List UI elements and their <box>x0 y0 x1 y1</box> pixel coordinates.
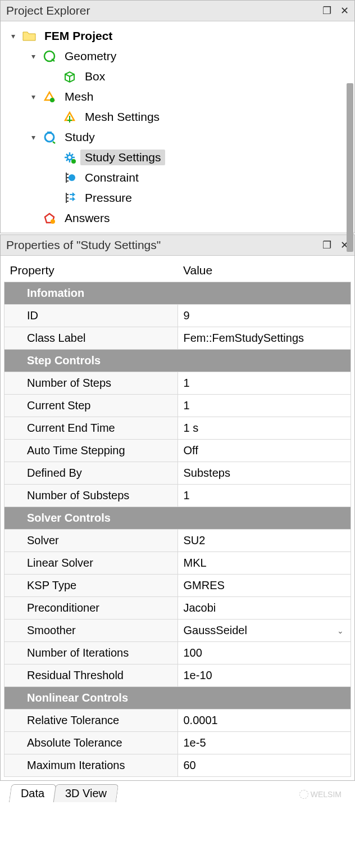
tree-item-study[interactable]: ▾ Study <box>28 127 350 147</box>
explorer-controls: ❐ ✕ <box>322 4 349 17</box>
svg-point-2 <box>45 133 54 142</box>
tree-label: Study <box>60 129 99 145</box>
row-absolute-tolerance[interactable]: Absolute Tolerance1e-5 <box>4 732 351 754</box>
study-icon <box>42 130 57 144</box>
chevron-down-icon[interactable]: ▾ <box>28 133 39 142</box>
svg-rect-3 <box>47 132 52 134</box>
tree-item-mesh[interactable]: ▾ Mesh <box>28 87 350 107</box>
properties-header: Properties of "Study Settings" ❐ ✕ <box>1 235 354 256</box>
scrollbar[interactable] <box>347 83 353 252</box>
row-num-substeps[interactable]: Number of Substeps1 <box>4 485 351 507</box>
tree-item-pressure[interactable]: Pressure <box>48 188 350 208</box>
tree-item-answers[interactable]: Answers <box>28 208 350 228</box>
explorer-title: Project Explorer <box>6 4 90 17</box>
svg-point-4 <box>67 155 72 160</box>
watermark: WELSIM <box>299 790 342 799</box>
chevron-down-icon[interactable]: ▾ <box>28 52 39 61</box>
chevron-down-icon[interactable]: ▾ <box>7 31 19 40</box>
row-current-step[interactable]: Current Step1 <box>4 395 351 417</box>
watermark-icon <box>299 790 308 799</box>
tree-label: Geometry <box>60 48 121 64</box>
tree-label: Constraint <box>80 170 143 186</box>
tree-item-geometry[interactable]: ▾ Geometry <box>28 46 350 66</box>
svg-point-7 <box>51 219 55 224</box>
section-nonlinear-controls: Nonlinear Controls <box>4 687 351 709</box>
tree-label: Mesh <box>60 89 98 105</box>
constraint-icon <box>62 170 77 185</box>
chevron-down-icon[interactable]: ⌄ <box>337 626 344 635</box>
restore-icon[interactable]: ❐ <box>322 239 331 251</box>
row-id[interactable]: ID9 <box>4 305 351 327</box>
tab-data[interactable]: Data <box>9 784 57 802</box>
row-class-label[interactable]: Class LabelFem::FemStudySettings <box>4 327 351 350</box>
tree-label: Box <box>80 69 110 84</box>
row-current-end-time[interactable]: Current End Time1 s <box>4 417 351 440</box>
row-ksp-type[interactable]: KSP TypeGMRES <box>4 575 351 597</box>
properties-body: Property Value Infomation ID9 Class Labe… <box>1 256 354 780</box>
col-value: Value <box>178 259 351 282</box>
section-information: Infomation <box>4 282 351 305</box>
box-icon <box>62 69 77 84</box>
row-num-iterations[interactable]: Number of Iterations100 <box>4 642 351 664</box>
section-solver-controls: Solver Controls <box>4 507 351 530</box>
geometry-icon <box>42 49 57 64</box>
gear-icon <box>62 150 77 165</box>
section-step-controls: Step Controls <box>4 350 351 372</box>
tree-item-mesh-settings[interactable]: Mesh Settings <box>48 107 350 127</box>
tab-3d-view[interactable]: 3D View <box>53 784 119 802</box>
row-residual-threshold[interactable]: Residual Threshold1e-10 <box>4 664 351 687</box>
col-property: Property <box>4 259 178 282</box>
row-defined-by[interactable]: Defined BySubsteps <box>4 462 351 485</box>
tree-label: Mesh Settings <box>80 109 164 125</box>
project-explorer-panel: Project Explorer ❐ ✕ ▾ FEM Project ▾ Geo… <box>0 0 355 233</box>
tree-label: Answers <box>60 210 115 226</box>
svg-point-1 <box>50 98 54 102</box>
row-preconditioner[interactable]: PreconditionerJacobi <box>4 597 351 620</box>
tree-label: Study Settings <box>80 150 165 165</box>
row-solver[interactable]: SolverSU2 <box>4 530 351 552</box>
row-max-iterations[interactable]: Maximum Iterations60 <box>4 754 351 777</box>
answers-icon <box>42 211 57 225</box>
tree-label: FEM Project <box>40 28 117 44</box>
pressure-icon <box>62 191 77 205</box>
tree-item-constraint[interactable]: Constraint <box>48 168 350 188</box>
chevron-down-icon[interactable]: ▾ <box>28 92 39 101</box>
properties-controls: ❐ ✕ <box>322 239 349 251</box>
tree-item-box[interactable]: Box <box>48 66 350 87</box>
row-auto-time-stepping[interactable]: Auto Time SteppingOff <box>4 440 351 462</box>
properties-panel: Properties of "Study Settings" ❐ ✕ Prope… <box>0 234 355 781</box>
restore-icon[interactable]: ❐ <box>322 4 331 17</box>
folder-icon <box>22 29 37 43</box>
explorer-header: Project Explorer ❐ ✕ <box>1 1 354 21</box>
close-icon[interactable]: ✕ <box>340 4 349 17</box>
properties-table: Property Value Infomation ID9 Class Labe… <box>4 259 351 777</box>
tree-item-project[interactable]: ▾ FEM Project <box>7 26 350 46</box>
row-smoother[interactable]: SmootherGaussSeidel⌄ <box>4 620 351 642</box>
row-num-steps[interactable]: Number of Steps1 <box>4 372 351 395</box>
tree-item-study-settings[interactable]: Study Settings <box>48 147 350 168</box>
svg-point-6 <box>69 174 75 181</box>
tree-label: Pressure <box>80 190 136 206</box>
properties-title: Properties of "Study Settings" <box>6 238 161 252</box>
mesh-settings-icon <box>62 110 77 124</box>
row-relative-tolerance[interactable]: Relative Tolerance0.0001 <box>4 709 351 732</box>
row-linear-solver[interactable]: Linear SolverMKL <box>4 552 351 575</box>
svg-point-5 <box>71 159 76 164</box>
project-tree: ▾ FEM Project ▾ Geometry Box <box>1 21 354 233</box>
mesh-icon <box>42 89 57 104</box>
